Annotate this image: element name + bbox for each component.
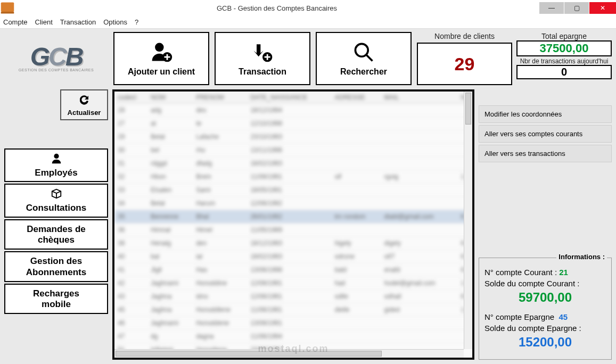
menu-help[interactable]: ? [135,18,138,26]
recharges-label-1: Recharges [33,289,79,299]
totals-box: Total epargne 37500,00 Nbr de transactio… [516,32,612,85]
clients-count-box: Nombre de clients 29 [417,32,512,85]
vertical-scrollbar[interactable] [464,92,472,349]
refresh-icon [78,93,91,107]
add-client-button[interactable]: Ajouter un client [113,32,209,85]
epargne-solde-value: 15200,00 [484,335,606,350]
transaction-label: Transaction [239,67,286,77]
courant-solde-value: 59700,00 [484,290,606,305]
app-icon [0,1,15,15]
total-epargne-value: 37500,00 [540,42,589,55]
title-bar: GCB - Gestion des Comptes Bancaires — ▢ … [0,0,616,16]
close-button[interactable]: ✕ [589,2,616,14]
box-icon [51,188,62,202]
refresh-button[interactable]: Actualiser [60,89,108,120]
cheques-label-2: chèques [38,235,75,245]
logo: GCB Gestion des Comptes Bancaires [4,32,108,85]
total-epargne-label: Total epargne [516,32,612,40]
consultations-button[interactable]: Consultations [4,184,108,217]
logo-subtitle: Gestion des Comptes Bancaires [19,68,94,72]
svg-point-2 [155,43,164,52]
epargne-number: 45 [558,312,568,321]
courant-solde-label: Solde du compte Courant : [484,279,606,288]
person-icon [51,153,62,167]
window-title: GCB - Gestion des Comptes Bancaires [15,4,539,12]
menu-transaction[interactable]: Transaction [60,18,96,26]
recharges-button[interactable]: Recharges mobile [4,284,108,314]
clients-count-value: 29 [417,43,512,85]
clients-count-label: Nombre de clients [417,32,512,40]
epargne-label: N° compte Epargne [484,312,554,321]
svg-rect-0 [1,3,14,12]
transactions-today-label: Nbr de transactions aujourd'hui [516,57,612,65]
cheques-label-1: Demandes de [27,225,86,235]
svg-rect-1 [1,12,14,14]
minimize-button[interactable]: — [539,2,564,14]
user-plus-icon [150,40,173,66]
svg-point-6 [54,154,59,159]
abonnements-label-1: Gestion des [30,257,82,267]
consultations-label: Consultations [26,203,86,213]
abonnements-label-2: Abonnements [26,268,86,278]
menu-bar: Compte Client Transaction Options ? [0,16,616,29]
refresh-label: Actualiser [68,109,101,117]
maximize-button[interactable]: ▢ [564,2,589,14]
cheques-button[interactable]: Demandes de chèques [4,219,108,250]
clients-grid[interactable]: codeclNOMPRENOMDATE_NAISSANCEADRESSEMAIL… [112,89,474,360]
courant-label: N° compte Courant : [484,268,557,277]
recharges-label-2: mobile [42,300,71,310]
goto-current-accounts-button[interactable]: Aller vers ses comptes courants [479,125,612,143]
search-button[interactable]: Rechercher [316,32,412,85]
epargne-solde-label: Solde du compte Epargne : [484,324,606,333]
transaction-button[interactable]: Transaction [215,32,310,85]
watermark: mostaql.com [258,343,328,354]
courant-number: 21 [559,268,568,277]
transactions-today-value: 0 [561,66,567,78]
menu-compte[interactable]: Compte [3,18,28,26]
search-icon [352,40,375,66]
employees-button[interactable]: Employés [4,148,108,182]
transfer-icon [251,40,274,66]
svg-point-5 [355,44,368,56]
employees-label: Employés [35,168,77,178]
goto-transactions-button[interactable]: Aller vers ses transactions [479,145,612,162]
search-label: Rechercher [340,67,387,77]
abonnements-button[interactable]: Gestion des Abonnements [4,251,108,282]
add-client-label: Ajouter un client [128,67,195,77]
informations-panel: Informations : N° compte Courant : 21 So… [479,258,612,360]
menu-client[interactable]: Client [35,18,53,26]
informations-legend: Informations : [556,253,607,261]
modify-coordinates-button[interactable]: Modifier les coordonnées [479,105,612,123]
menu-options[interactable]: Options [103,18,127,26]
